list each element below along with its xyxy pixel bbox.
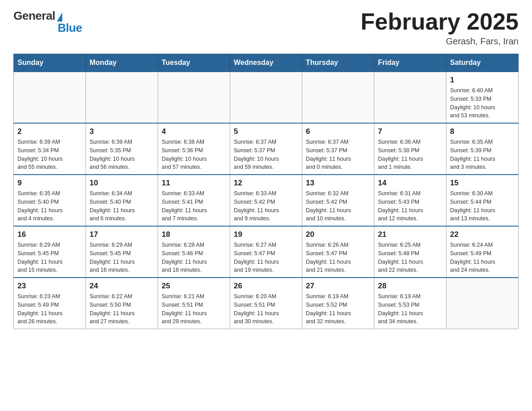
table-row: 15Sunrise: 6:30 AM Sunset: 5:44 PM Dayli…	[446, 175, 519, 226]
day-info: Sunrise: 6:25 AM Sunset: 5:48 PM Dayligh…	[378, 241, 442, 274]
day-info: Sunrise: 6:22 AM Sunset: 5:50 PM Dayligh…	[90, 292, 154, 326]
day-info: Sunrise: 6:23 AM Sunset: 5:49 PM Dayligh…	[17, 292, 82, 326]
day-info: Sunrise: 6:21 AM Sunset: 5:51 PM Dayligh…	[162, 292, 226, 326]
day-info: Sunrise: 6:19 AM Sunset: 5:52 PM Dayligh…	[306, 292, 370, 326]
table-row	[302, 72, 374, 123]
day-info: Sunrise: 6:28 AM Sunset: 5:46 PM Dayligh…	[162, 241, 226, 274]
day-number: 17	[90, 230, 154, 239]
table-row: 26Sunrise: 6:20 AM Sunset: 5:51 PM Dayli…	[230, 278, 302, 329]
header-thursday: Thursday	[302, 54, 374, 72]
day-number: 24	[90, 282, 154, 291]
day-number: 1	[450, 76, 515, 85]
table-row: 8Sunrise: 6:35 AM Sunset: 5:39 PM Daylig…	[446, 123, 519, 175]
day-number: 25	[162, 282, 226, 291]
day-info: Sunrise: 6:38 AM Sunset: 5:36 PM Dayligh…	[162, 138, 226, 171]
day-info: Sunrise: 6:33 AM Sunset: 5:42 PM Dayligh…	[234, 189, 298, 223]
day-number: 7	[378, 127, 442, 136]
day-info: Sunrise: 6:24 AM Sunset: 5:49 PM Dayligh…	[450, 241, 515, 274]
calendar-table: Sunday Monday Tuesday Wednesday Thursday…	[13, 54, 519, 329]
header: General General Blue February 2025 Geras…	[13, 9, 519, 47]
day-info: Sunrise: 6:32 AM Sunset: 5:42 PM Dayligh…	[306, 189, 370, 223]
table-row: 12Sunrise: 6:33 AM Sunset: 5:42 PM Dayli…	[230, 175, 302, 226]
day-info: Sunrise: 6:26 AM Sunset: 5:47 PM Dayligh…	[306, 241, 370, 274]
table-row: 19Sunrise: 6:27 AM Sunset: 5:47 PM Dayli…	[230, 226, 302, 278]
day-number: 22	[450, 230, 515, 239]
table-row: 24Sunrise: 6:22 AM Sunset: 5:50 PM Dayli…	[86, 278, 158, 329]
day-number: 28	[378, 282, 442, 291]
table-row: 22Sunrise: 6:24 AM Sunset: 5:49 PM Dayli…	[446, 226, 519, 278]
day-info: Sunrise: 6:35 AM Sunset: 5:39 PM Dayligh…	[450, 138, 515, 171]
header-friday: Friday	[374, 54, 446, 72]
day-number: 4	[162, 127, 226, 136]
day-number: 13	[306, 179, 370, 188]
day-info: Sunrise: 6:19 AM Sunset: 5:53 PM Dayligh…	[378, 292, 442, 326]
day-number: 2	[17, 127, 82, 136]
header-saturday: Saturday	[446, 54, 519, 72]
table-row: 17Sunrise: 6:29 AM Sunset: 5:45 PM Dayli…	[86, 226, 158, 278]
day-info: Sunrise: 6:34 AM Sunset: 5:40 PM Dayligh…	[90, 189, 154, 223]
day-number: 19	[234, 230, 298, 239]
table-row	[86, 72, 158, 123]
table-row: 13Sunrise: 6:32 AM Sunset: 5:42 PM Dayli…	[302, 175, 374, 226]
header-monday: Monday	[86, 54, 158, 72]
table-row: 5Sunrise: 6:37 AM Sunset: 5:37 PM Daylig…	[230, 123, 302, 175]
day-info: Sunrise: 6:33 AM Sunset: 5:41 PM Dayligh…	[162, 189, 226, 223]
logo-blue-text: Blue	[58, 21, 82, 35]
calendar-week-row: 23Sunrise: 6:23 AM Sunset: 5:49 PM Dayli…	[14, 278, 519, 329]
day-info: Sunrise: 6:39 AM Sunset: 5:34 PM Dayligh…	[17, 138, 82, 171]
day-number: 3	[90, 127, 154, 136]
calendar-week-row: 2Sunrise: 6:39 AM Sunset: 5:34 PM Daylig…	[14, 123, 519, 175]
day-number: 14	[378, 179, 442, 188]
weekday-header-row: Sunday Monday Tuesday Wednesday Thursday…	[14, 54, 519, 72]
table-row: 2Sunrise: 6:39 AM Sunset: 5:34 PM Daylig…	[14, 123, 86, 175]
header-sunday: Sunday	[14, 54, 86, 72]
day-info: Sunrise: 6:31 AM Sunset: 5:43 PM Dayligh…	[378, 189, 442, 223]
table-row	[158, 72, 230, 123]
title-area: February 2025 Gerash, Fars, Iran	[360, 9, 519, 47]
day-info: Sunrise: 6:36 AM Sunset: 5:38 PM Dayligh…	[378, 138, 442, 171]
table-row: 6Sunrise: 6:37 AM Sunset: 5:37 PM Daylig…	[302, 123, 374, 175]
day-number: 6	[306, 127, 370, 136]
day-number: 21	[378, 230, 442, 239]
day-number: 8	[450, 127, 515, 136]
day-number: 26	[234, 282, 298, 291]
day-info: Sunrise: 6:29 AM Sunset: 5:45 PM Dayligh…	[90, 241, 154, 274]
calendar-week-row: 16Sunrise: 6:29 AM Sunset: 5:45 PM Dayli…	[14, 226, 519, 278]
table-row: 9Sunrise: 6:35 AM Sunset: 5:40 PM Daylig…	[14, 175, 86, 226]
table-row: 14Sunrise: 6:31 AM Sunset: 5:43 PM Dayli…	[374, 175, 446, 226]
logo-triangle-icon	[57, 13, 62, 21]
table-row: 21Sunrise: 6:25 AM Sunset: 5:48 PM Dayli…	[374, 226, 446, 278]
table-row: 28Sunrise: 6:19 AM Sunset: 5:53 PM Dayli…	[374, 278, 446, 329]
header-tuesday: Tuesday	[158, 54, 230, 72]
table-row	[230, 72, 302, 123]
table-row: 1Sunrise: 6:40 AM Sunset: 5:33 PM Daylig…	[446, 72, 519, 123]
day-info: Sunrise: 6:37 AM Sunset: 5:37 PM Dayligh…	[234, 138, 298, 171]
table-row: 20Sunrise: 6:26 AM Sunset: 5:47 PM Dayli…	[302, 226, 374, 278]
day-info: Sunrise: 6:35 AM Sunset: 5:40 PM Dayligh…	[17, 189, 82, 223]
logo: General General Blue	[13, 9, 82, 35]
table-row	[14, 72, 86, 123]
table-row: 16Sunrise: 6:29 AM Sunset: 5:45 PM Dayli…	[14, 226, 86, 278]
day-info: Sunrise: 6:30 AM Sunset: 5:44 PM Dayligh…	[450, 189, 515, 223]
day-number: 5	[234, 127, 298, 136]
day-number: 11	[162, 179, 226, 188]
day-info: Sunrise: 6:40 AM Sunset: 5:33 PM Dayligh…	[450, 86, 515, 120]
calendar-week-row: 9Sunrise: 6:35 AM Sunset: 5:40 PM Daylig…	[14, 175, 519, 226]
table-row: 4Sunrise: 6:38 AM Sunset: 5:36 PM Daylig…	[158, 123, 230, 175]
header-wednesday: Wednesday	[230, 54, 302, 72]
day-info: Sunrise: 6:20 AM Sunset: 5:51 PM Dayligh…	[234, 292, 298, 326]
table-row: 23Sunrise: 6:23 AM Sunset: 5:49 PM Dayli…	[14, 278, 86, 329]
table-row: 7Sunrise: 6:36 AM Sunset: 5:38 PM Daylig…	[374, 123, 446, 175]
day-info: Sunrise: 6:37 AM Sunset: 5:37 PM Dayligh…	[306, 138, 370, 171]
table-row: 27Sunrise: 6:19 AM Sunset: 5:52 PM Dayli…	[302, 278, 374, 329]
day-info: Sunrise: 6:27 AM Sunset: 5:47 PM Dayligh…	[234, 241, 298, 274]
day-number: 27	[306, 282, 370, 291]
table-row: 10Sunrise: 6:34 AM Sunset: 5:40 PM Dayli…	[86, 175, 158, 226]
table-row	[374, 72, 446, 123]
day-number: 20	[306, 230, 370, 239]
day-info: Sunrise: 6:29 AM Sunset: 5:45 PM Dayligh…	[17, 241, 82, 274]
day-number: 15	[450, 179, 515, 188]
table-row	[446, 278, 519, 329]
day-number: 10	[90, 179, 154, 188]
table-row: 18Sunrise: 6:28 AM Sunset: 5:46 PM Dayli…	[158, 226, 230, 278]
